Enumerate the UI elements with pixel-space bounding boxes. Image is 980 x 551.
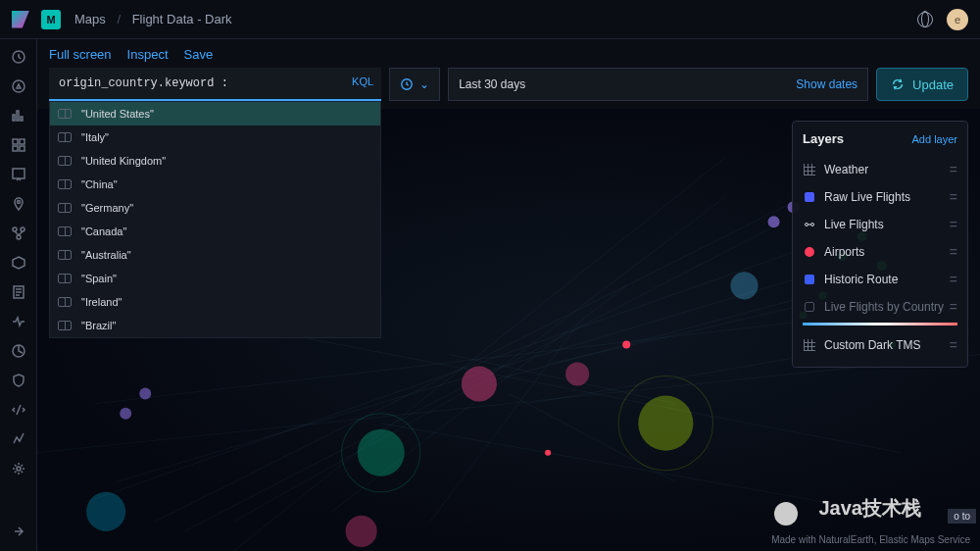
- autocomplete-item[interactable]: "China": [50, 173, 380, 196]
- layer-row[interactable]: Weather=: [803, 156, 957, 183]
- autocomplete-item[interactable]: "Ireland": [50, 290, 380, 314]
- svg-rect-5: [20, 146, 24, 151]
- infrastructure-icon[interactable]: [11, 255, 26, 271]
- breadcrumb-page[interactable]: Flight Data - Dark: [132, 12, 232, 26]
- layer-label: Airports: [824, 245, 950, 259]
- space-selector[interactable]: M: [41, 10, 61, 29]
- logs-icon[interactable]: [11, 284, 26, 300]
- autocomplete-label: "United States": [81, 108, 154, 120]
- svg-point-9: [21, 227, 24, 231]
- layer-row[interactable]: Custom Dark TMS=: [803, 331, 957, 359]
- svg-point-52: [622, 340, 630, 348]
- layer-label: Live Flights: [824, 218, 950, 231]
- layer-row[interactable]: Live Flights=: [803, 211, 957, 238]
- value-icon: [58, 179, 72, 189]
- drag-handle-icon[interactable]: =: [950, 189, 957, 205]
- layer-row[interactable]: Live Flights by Country=: [803, 293, 957, 321]
- avatar[interactable]: e: [947, 9, 968, 30]
- svg-point-48: [768, 216, 780, 227]
- autocomplete-label: "Italy": [81, 131, 109, 143]
- autocomplete-item[interactable]: "United Kingdom": [50, 149, 380, 173]
- value-icon: [58, 321, 72, 330]
- layer-type-icon: [803, 218, 816, 231]
- search-input[interactable]: [49, 68, 381, 101]
- uptime-icon[interactable]: [11, 343, 26, 359]
- layer-gradient-legend: [803, 323, 957, 326]
- svg-point-1: [13, 80, 24, 92]
- layer-type-icon: [803, 338, 816, 352]
- svg-point-7: [17, 201, 20, 204]
- map-attribution: Made with NaturalEarth, Elastic Maps Ser…: [771, 534, 970, 545]
- stack-monitoring-icon[interactable]: [11, 431, 26, 447]
- layer-row[interactable]: Airports=: [803, 238, 957, 266]
- autocomplete-item[interactable]: "Spain": [50, 267, 380, 290]
- svg-line-26: [479, 197, 725, 383]
- maps-icon[interactable]: [11, 196, 26, 212]
- autocomplete-item[interactable]: "Brazil": [50, 314, 380, 337]
- update-button[interactable]: Update: [876, 68, 968, 101]
- inspect-link[interactable]: Inspect: [127, 47, 169, 62]
- layer-row[interactable]: Historic Route=: [803, 266, 957, 293]
- time-quick-select[interactable]: ⌄: [389, 68, 440, 101]
- ml-icon[interactable]: [11, 225, 26, 241]
- drag-handle-icon[interactable]: =: [950, 272, 957, 287]
- autocomplete-item[interactable]: "United States": [50, 102, 380, 125]
- svg-rect-6: [13, 169, 24, 178]
- time-range-label: Last 30 days: [459, 77, 525, 91]
- svg-point-39: [86, 492, 125, 531]
- query-bar: KQL "United States""Italy""United Kingdo…: [37, 68, 980, 109]
- time-range-display[interactable]: Last 30 days Show dates: [448, 68, 868, 101]
- drag-handle-icon[interactable]: =: [950, 244, 957, 260]
- dashboard-icon[interactable]: [11, 137, 26, 153]
- drag-handle-icon[interactable]: =: [950, 162, 957, 177]
- newsfeed-icon[interactable]: [917, 12, 933, 27]
- kibana-logo-icon[interactable]: [12, 11, 29, 28]
- discover-icon[interactable]: [11, 78, 26, 94]
- collapse-icon[interactable]: [11, 524, 26, 539]
- canvas-icon[interactable]: [11, 167, 26, 182]
- dev-tools-icon[interactable]: [11, 402, 26, 418]
- svg-line-29: [381, 424, 823, 502]
- svg-point-13: [17, 467, 21, 471]
- fullscreen-link[interactable]: Full screen: [49, 47, 112, 62]
- save-link[interactable]: Save: [184, 47, 214, 62]
- drag-handle-icon[interactable]: =: [950, 299, 957, 315]
- layer-row[interactable]: Raw Live Flights=: [803, 183, 957, 211]
- query-language-badge[interactable]: KQL: [352, 75, 373, 87]
- svg-rect-2: [13, 139, 18, 144]
- layer-type-icon: [803, 190, 816, 204]
- value-icon: [58, 250, 72, 260]
- svg-point-54: [806, 224, 808, 226]
- autocomplete-item[interactable]: "Italy": [50, 125, 380, 149]
- add-layer-link[interactable]: Add layer: [912, 133, 957, 145]
- apm-icon[interactable]: [11, 314, 26, 329]
- show-dates-link[interactable]: Show dates: [796, 77, 858, 91]
- drag-handle-icon[interactable]: =: [950, 217, 957, 232]
- autocomplete-label: "Ireland": [81, 296, 122, 308]
- svg-point-41: [346, 516, 377, 547]
- zoom-widget[interactable]: o to: [948, 509, 976, 524]
- layers-title: Layers: [803, 131, 844, 146]
- value-icon: [58, 226, 72, 236]
- autocomplete-item[interactable]: "Australia": [50, 243, 380, 267]
- layers-list: Weather=Raw Live Flights=Live Flights=Ai…: [803, 156, 957, 359]
- update-button-label: Update: [912, 77, 954, 92]
- recently-viewed-icon[interactable]: [11, 49, 26, 65]
- visualize-icon[interactable]: [11, 108, 26, 124]
- svg-line-27: [233, 384, 479, 522]
- autocomplete-item[interactable]: "Canada": [50, 220, 380, 243]
- siem-icon[interactable]: [11, 373, 26, 388]
- layer-type-icon: [803, 245, 816, 259]
- side-nav: [0, 39, 37, 551]
- breadcrumb-app[interactable]: Maps: [74, 12, 106, 26]
- svg-point-53: [545, 450, 551, 456]
- autocomplete-label: "Spain": [81, 273, 117, 284]
- value-icon: [58, 203, 72, 213]
- autocomplete-item[interactable]: "Germany": [50, 196, 380, 220]
- value-icon: [58, 132, 72, 142]
- management-icon[interactable]: [11, 461, 26, 476]
- layer-label: Weather: [824, 163, 950, 176]
- drag-handle-icon[interactable]: =: [950, 337, 957, 353]
- autocomplete-label: "Australia": [81, 249, 131, 261]
- breadcrumb: Maps / Flight Data - Dark: [74, 12, 232, 26]
